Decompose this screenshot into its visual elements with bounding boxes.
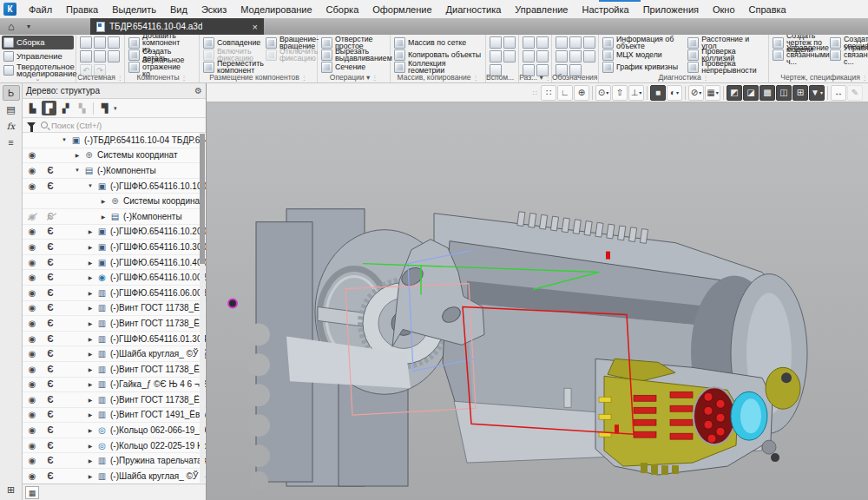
orientation-axes-button[interactable]: ⊥▾ (628, 85, 644, 101)
zoom-button[interactable]: ⊙▾ (595, 85, 611, 101)
close-tab-icon[interactable]: × (253, 22, 258, 32)
tree-row[interactable]: ◉Є▶▥(-)ГШФЮ.654116.01.304 ГШФЮ.65 (23, 332, 206, 347)
eye-icon[interactable]: ◉ (28, 456, 37, 465)
tree-row[interactable]: ◉Є▶▣(-)ГШФЮ.654116.10.300-01 ГШФЮ (23, 240, 206, 255)
menu-item-Правка[interactable]: Правка (59, 3, 105, 16)
tree-item[interactable]: ▶▥(-)Винт ГОСТ 11738_Ёв М4-12 А2 В (59, 302, 206, 313)
expand-arrow-icon[interactable]: ▶ (87, 381, 94, 387)
toolbar-handle[interactable]: :: (533, 89, 538, 96)
expand-arrow-icon[interactable]: ▶ (87, 397, 94, 403)
manage-linked-drawings-button[interactable]: Управление связанными ч... (773, 49, 828, 61)
tree-item[interactable]: ▶◉(-)ГШФЮ.654116.10.002-01 ГШФЮ (59, 272, 206, 283)
geometry-collection-button[interactable]: Коллекция геометрии (394, 61, 482, 73)
group-handle-icon[interactable]: ⋮ (514, 75, 518, 81)
expand-arrow-icon[interactable]: ▼ (61, 137, 68, 142)
expand-arrow-icon[interactable]: ▶ (87, 228, 94, 234)
expand-arrow-icon[interactable]: ▶ (87, 260, 94, 266)
eye-icon[interactable]: ◉ (28, 334, 37, 344)
new-document-icon[interactable] (80, 36, 92, 49)
local-cs-icon[interactable] (503, 36, 516, 49)
section-participation-icon[interactable]: Є (47, 410, 53, 419)
tree-item[interactable]: ▶▥(-)Винт ГОСТ 11738_Ёв М3-8 А2 Ви (59, 394, 206, 405)
tree-row[interactable]: ◉Є▼▤(-)Компоненты (23, 163, 206, 179)
tree-row[interactable]: ▼▣(-)ТБДР.654116.10-04 ТБДР.654116.10-0 (23, 133, 206, 148)
tree-item[interactable]: ▶▣(-)ГШФЮ.654116.10.400-04 ГШФЮ (59, 257, 206, 268)
connection-point-icon[interactable] (503, 50, 516, 62)
marking-icon[interactable] (569, 50, 582, 62)
tree-row[interactable]: ◉Є▶▥(-)Гайка_ƒ ©Є Њ 4 6 ¬ ®Є® DIN 9 (23, 378, 206, 393)
tree-item[interactable]: ▶⊕Системы координат (59, 149, 178, 161)
menu-item-Приложения[interactable]: Приложения (636, 3, 706, 16)
tree-item[interactable]: ▶▣(-)ГШФЮ.654116.10.200new4 ГШФ (59, 226, 206, 237)
menu-item-Файл[interactable]: Файл (22, 3, 59, 16)
grid-pattern-button[interactable]: Массив по сетке (394, 36, 482, 49)
orientation-button[interactable]: ⇧ (612, 85, 628, 101)
expand-arrow-icon[interactable]: ▶ (87, 443, 94, 449)
home-button[interactable]: ⌂ (0, 18, 23, 35)
tree-composition-view-button[interactable]: ▛ (42, 101, 56, 115)
section-participation-icon[interactable]: Є (47, 334, 53, 344)
cut-extrude-button[interactable]: Вырезать выдавливанием (321, 49, 386, 61)
menu-item-Справка[interactable]: Справка (742, 3, 793, 16)
expand-arrow-icon[interactable]: ▶ (87, 305, 94, 311)
expand-arrow-icon[interactable]: ▶ (87, 411, 94, 418)
save-icon[interactable] (108, 36, 120, 49)
group-handle-icon[interactable]: ⋮ (180, 75, 187, 81)
group-handle-icon[interactable]: ⋮ (299, 75, 307, 81)
group-handle-icon[interactable]: ⋮ (115, 75, 123, 81)
eye-icon[interactable]: ◉ (28, 288, 37, 298)
continuity-check-button[interactable]: Проверка непрерывности (687, 61, 765, 73)
chevron-down-icon[interactable]: ▾ (716, 89, 719, 95)
tolerance-frame-icon[interactable] (556, 50, 568, 62)
tree-row[interactable]: ◉Є▶▥(-)Винт ГОСТ 11738_Ёв М4-20 А2 В (23, 362, 206, 378)
tree-item[interactable]: ▶▥(-)Винт ГОСТ 11738_Ёв М4-20 А2 В (59, 364, 206, 375)
tree-scrollbar-thumb[interactable] (200, 134, 205, 264)
section-participation-icon[interactable]: Є (47, 227, 53, 236)
tree-row[interactable]: ◉Є▶◎(-)Кольцо 022-025-19 Кольцо 022- (23, 438, 206, 454)
tree-item[interactable]: ▶▣(-)ГШФЮ.654116.10.300-01 ГШФЮ (59, 241, 206, 253)
save-as-icon[interactable] (108, 50, 120, 62)
group-handle-icon[interactable]: ⋮ (370, 75, 378, 81)
section-participation-icon[interactable]: Є (47, 349, 53, 359)
tree-row[interactable]: ◉Є▶▣(-)ГШФЮ.654116.10.200new4 ГШФ (23, 225, 206, 240)
ribbon-mode-Сборка[interactable]: Сборка (2, 36, 74, 49)
collapse-ribbon-icon[interactable]: ⌄ (0, 76, 76, 82)
move-component-button[interactable]: Переместить компонент (203, 61, 264, 73)
mass-properties-button[interactable]: МЦХ модели (602, 49, 686, 61)
menu-item-Окно[interactable]: Окно (706, 3, 742, 16)
radial-dimension-icon[interactable] (536, 50, 549, 62)
filter-icon[interactable] (27, 122, 36, 128)
tree-item[interactable]: ▼▤(-)Компоненты (59, 165, 156, 176)
quick-measure-button[interactable]: ↔ (831, 85, 846, 101)
tree-item[interactable]: ▼▣(-)ТБДР.654116.10-04 ТБДР.654116.10-0 (59, 135, 206, 146)
clip-box-button[interactable]: ◪ (743, 85, 759, 101)
section-display-button[interactable]: ◩ (727, 85, 742, 101)
eye-icon[interactable]: ◉ (28, 258, 37, 267)
tree-row[interactable]: ◉Є▶▥(-)Винт ГОСТ 11738_Ёв М3-6 А2 Ви (23, 316, 206, 332)
messages-panel-tab[interactable]: ⊞ (3, 482, 20, 497)
leader-icon[interactable] (583, 36, 595, 49)
eye-icon[interactable]: ◉ (28, 425, 37, 435)
eye-icon[interactable]: ◉ (28, 395, 37, 405)
section-participation-icon[interactable]: Є (47, 395, 53, 405)
print-preview-icon[interactable] (94, 50, 106, 62)
eye-icon[interactable]: ◉ (28, 441, 37, 451)
eye-icon[interactable]: ◉ (28, 471, 37, 481)
tree-item[interactable]: ▶⊕Системы координат (59, 195, 204, 207)
section-participation-icon[interactable]: Є (47, 258, 53, 267)
eye-icon[interactable]: ◉ (28, 166, 37, 175)
tree-item[interactable]: ▶◎(-)Кольцо 062-066-19_068-072 Кол (59, 424, 206, 436)
object-info-button[interactable]: Информация об объекте (602, 36, 686, 49)
tree-item[interactable]: ▶◎(-)Кольцо 022-025-19 Кольцо 022- (59, 440, 206, 451)
tree-item[interactable]: ▶▥(-)Винт ГОСТ 1491_Ёв М3-6 А2 Вин (59, 409, 206, 420)
chevron-down-icon[interactable]: ▾ (639, 89, 641, 95)
mirror-component-button[interactable]: Зеркальное отражение ко... (128, 61, 195, 73)
section-participation-icon[interactable]: Є (47, 166, 53, 175)
tree-item[interactable]: ▼▣(-)ГШФЮ.654116.10.100-04 ГШФЮ.6 (59, 181, 206, 192)
angular-dimension-icon[interactable] (523, 50, 535, 62)
search-input[interactable] (51, 121, 203, 130)
section-participation-icon[interactable]: Є (47, 456, 53, 465)
snap-grid-button[interactable]: ∷ (541, 85, 556, 101)
section-button[interactable]: Сечение (321, 61, 386, 73)
hide-objects-button[interactable]: ⊘▾ (688, 85, 704, 101)
